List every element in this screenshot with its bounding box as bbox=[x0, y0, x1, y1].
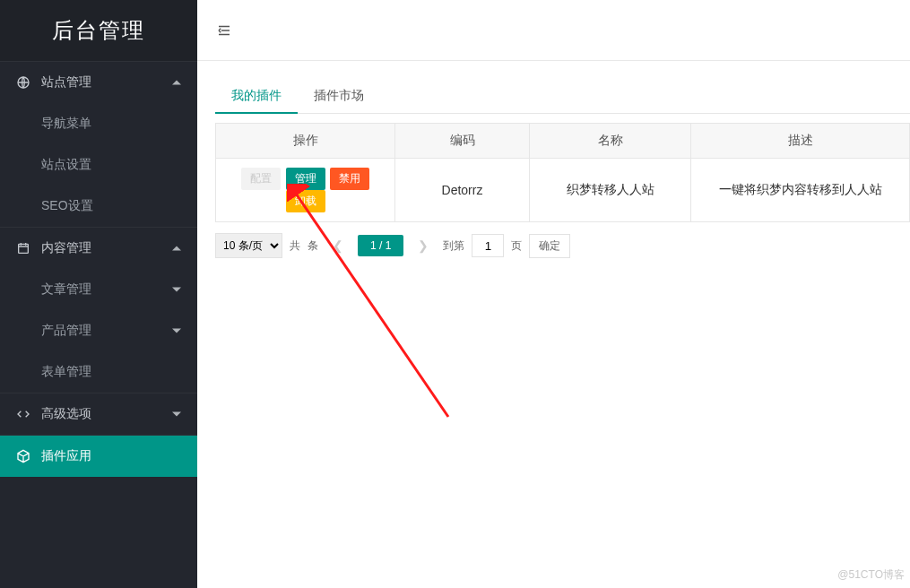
sidebar-item-label: 表单管理 bbox=[41, 364, 91, 380]
chevron-down-icon bbox=[172, 288, 181, 292]
sidebar-item-forms[interactable]: 表单管理 bbox=[0, 351, 197, 393]
page-size-select[interactable]: 10 条/页 bbox=[215, 233, 282, 258]
pager: 10 条/页 共 条 ❮ 1 / 1 ❯ 到第 页 确定 bbox=[215, 222, 910, 269]
th-desc: 描述 bbox=[691, 124, 910, 159]
th-code: 编码 bbox=[395, 124, 530, 159]
sidebar: 后台管理 站点管理 导航菜单 站点设置 SEO设置 内容管理 文章管理 产品管理… bbox=[0, 0, 197, 588]
table-row: 配置 管理 禁用 卸载 Detorrz 织梦转移人人站 一键将织梦内容转移到人人… bbox=[216, 159, 910, 222]
th-action: 操作 bbox=[216, 124, 395, 159]
sidebar-item-label: 内容管理 bbox=[41, 240, 91, 256]
uninstall-button[interactable]: 卸载 bbox=[286, 190, 325, 212]
td-desc: 一键将织梦内容转移到人人站 bbox=[691, 159, 910, 222]
th-name: 名称 bbox=[530, 124, 691, 159]
sidebar-item-site-settings[interactable]: 站点设置 bbox=[0, 144, 197, 186]
logo: 后台管理 bbox=[0, 0, 197, 61]
tabs: 我的插件 插件市场 bbox=[215, 79, 910, 114]
sidebar-item-label: 高级选项 bbox=[41, 406, 91, 422]
sidebar-item-content[interactable]: 内容管理 bbox=[0, 227, 197, 269]
sidebar-item-label: SEO设置 bbox=[41, 198, 93, 214]
sidebar-item-label: 站点管理 bbox=[41, 74, 91, 91]
sidebar-item-site[interactable]: 站点管理 bbox=[0, 61, 197, 103]
sidebar-item-plugins[interactable]: 插件应用 bbox=[0, 435, 197, 477]
content: 我的插件 插件市场 操作 编码 名称 描述 配置 管理 禁用 卸载 bbox=[197, 61, 910, 588]
current-page: 1 / 1 bbox=[358, 235, 403, 256]
goto-suffix: 页 bbox=[511, 238, 522, 254]
cube-icon bbox=[16, 449, 30, 463]
watermark: @51CTO博客 bbox=[837, 567, 905, 583]
topbar bbox=[197, 0, 910, 61]
goto-page-input[interactable] bbox=[472, 234, 504, 257]
code-icon bbox=[16, 407, 30, 421]
td-name: 织梦转移人人站 bbox=[530, 159, 691, 222]
sidebar-item-label: 站点设置 bbox=[41, 157, 91, 173]
total-prefix: 共 bbox=[290, 238, 300, 254]
calendar-icon bbox=[16, 241, 30, 255]
td-action: 配置 管理 禁用 卸载 bbox=[216, 159, 395, 222]
goto-prefix: 到第 bbox=[443, 238, 464, 254]
sidebar-item-label: 产品管理 bbox=[41, 323, 91, 339]
globe-icon bbox=[16, 75, 30, 90]
chevron-down-icon bbox=[172, 329, 181, 333]
tab-plugin-market[interactable]: 插件市场 bbox=[298, 79, 380, 113]
sidebar-item-advanced[interactable]: 高级选项 bbox=[0, 393, 197, 435]
manage-button[interactable]: 管理 bbox=[286, 168, 325, 190]
tab-my-plugins[interactable]: 我的插件 bbox=[215, 79, 298, 113]
sidebar-item-label: 导航菜单 bbox=[41, 116, 91, 132]
table-header-row: 操作 编码 名称 描述 bbox=[216, 124, 910, 159]
plugins-table: 操作 编码 名称 描述 配置 管理 禁用 卸载 Detorrz 织梦转移人人站 bbox=[215, 123, 910, 222]
chevron-up-icon bbox=[172, 81, 181, 85]
sidebar-item-label: 文章管理 bbox=[41, 281, 91, 298]
sidebar-item-label: 插件应用 bbox=[41, 448, 91, 464]
sidebar-item-articles[interactable]: 文章管理 bbox=[0, 269, 197, 310]
menu-toggle-button[interactable] bbox=[212, 18, 237, 43]
chevron-down-icon bbox=[172, 412, 181, 417]
sidebar-item-nav-menu[interactable]: 导航菜单 bbox=[0, 103, 197, 144]
sidebar-item-seo-settings[interactable]: SEO设置 bbox=[0, 186, 197, 227]
svg-rect-1 bbox=[19, 244, 29, 253]
total-suffix: 条 bbox=[308, 238, 318, 254]
chevron-up-icon bbox=[172, 246, 181, 251]
config-button: 配置 bbox=[241, 168, 281, 190]
next-page-button[interactable]: ❯ bbox=[411, 238, 436, 253]
disable-button[interactable]: 禁用 bbox=[330, 168, 369, 190]
prev-page-button[interactable]: ❮ bbox=[325, 238, 351, 253]
sidebar-item-products[interactable]: 产品管理 bbox=[0, 310, 197, 351]
td-code: Detorrz bbox=[395, 159, 530, 222]
goto-confirm-button[interactable]: 确定 bbox=[529, 234, 570, 258]
main: 我的插件 插件市场 操作 编码 名称 描述 配置 管理 禁用 卸载 bbox=[197, 0, 910, 588]
